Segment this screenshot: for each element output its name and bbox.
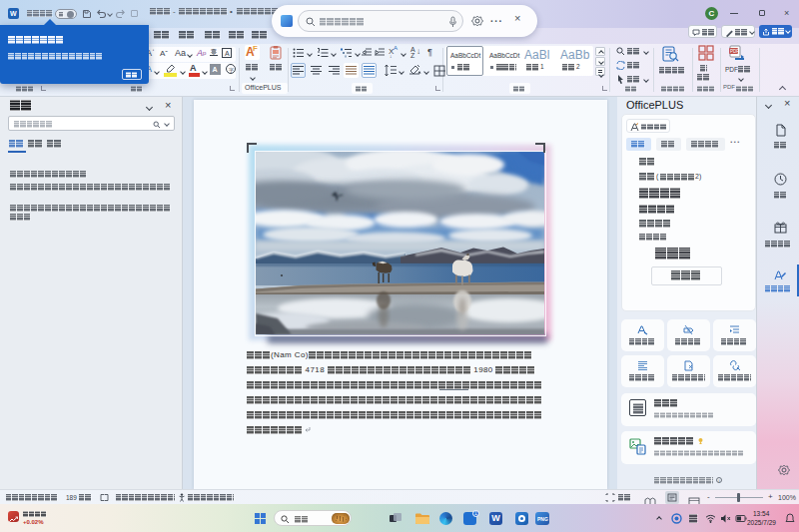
svg-text:PDF: PDF: [730, 49, 739, 54]
